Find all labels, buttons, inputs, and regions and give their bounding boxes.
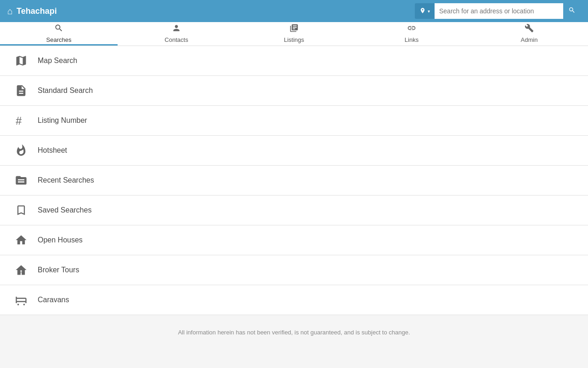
tab-contacts[interactable]: Contacts (118, 22, 235, 46)
brand-label: Tehachapi (17, 6, 57, 16)
menu-item-hotsheet[interactable]: Hotsheet (0, 136, 588, 166)
hotsheet-icon (14, 144, 28, 157)
standard-search-label: Standard Search (38, 86, 93, 95)
recent-searches-label: Recent Searches (38, 176, 94, 184)
menu-item-standard-search[interactable]: Standard Search (0, 76, 588, 106)
search-icon (568, 6, 576, 16)
tab-admin[interactable]: Admin (470, 22, 588, 46)
caravans-label: Caravans (38, 296, 69, 304)
tab-listings-label: Listings (284, 36, 304, 43)
menu-item-saved-searches[interactable]: Saved Searches (0, 196, 588, 225)
standard-search-icon (14, 84, 28, 97)
location-dropdown-arrow: ▾ (428, 9, 430, 14)
saved-searches-label: Saved Searches (38, 206, 91, 214)
location-pin-icon (419, 7, 426, 15)
listing-number-label: Listing Number (38, 116, 87, 125)
searches-content: Map Search Standard Search # Listing Num… (0, 46, 588, 350)
search-submit-button[interactable] (563, 3, 581, 19)
caravans-icon (14, 293, 28, 306)
tab-listings[interactable]: Listings (235, 22, 353, 46)
menu-item-map-search[interactable]: Map Search (0, 46, 588, 76)
map-search-icon (14, 54, 28, 67)
home-icon: ⌂ (7, 6, 13, 17)
tab-searches-label: Searches (46, 36, 72, 43)
broker-tours-label: Broker Tours (38, 266, 79, 274)
location-selector-button[interactable]: ▾ (415, 3, 435, 19)
recent-searches-icon (14, 174, 28, 187)
footer-disclaimer: All information herein has not been veri… (0, 315, 588, 350)
menu-item-broker-tours[interactable]: Broker Tours (0, 255, 588, 285)
header-search-container: ▾ (415, 3, 581, 19)
searches-tab-icon (54, 23, 63, 35)
brand[interactable]: ⌂ Tehachapi (7, 6, 57, 17)
tab-links[interactable]: Links (353, 22, 470, 46)
saved-searches-icon (14, 204, 28, 217)
listings-tab-icon (289, 23, 299, 35)
tab-contacts-label: Contacts (164, 36, 188, 43)
admin-tab-icon (525, 23, 534, 35)
menu-item-caravans[interactable]: Caravans (0, 285, 588, 315)
map-search-label: Map Search (38, 57, 77, 65)
broker-tours-icon (14, 264, 28, 276)
menu-item-listing-number[interactable]: # Listing Number (0, 106, 588, 136)
links-tab-icon (407, 23, 416, 35)
listing-number-icon: # (14, 114, 28, 127)
tab-links-label: Links (405, 36, 418, 43)
header: ⌂ Tehachapi ▾ (0, 0, 588, 22)
menu-item-recent-searches[interactable]: Recent Searches (0, 166, 588, 196)
open-houses-icon (14, 234, 28, 247)
svg-text:#: # (16, 115, 22, 127)
tab-admin-label: Admin (521, 36, 538, 43)
hotsheet-label: Hotsheet (38, 146, 67, 155)
address-search-input[interactable] (435, 3, 563, 19)
menu-item-open-houses[interactable]: Open Houses (0, 225, 588, 255)
nav-tabs: Searches Contacts Listings Links Admin (0, 22, 588, 46)
open-houses-label: Open Houses (38, 236, 83, 244)
contacts-tab-icon (172, 23, 181, 35)
tab-searches[interactable]: Searches (0, 22, 118, 46)
